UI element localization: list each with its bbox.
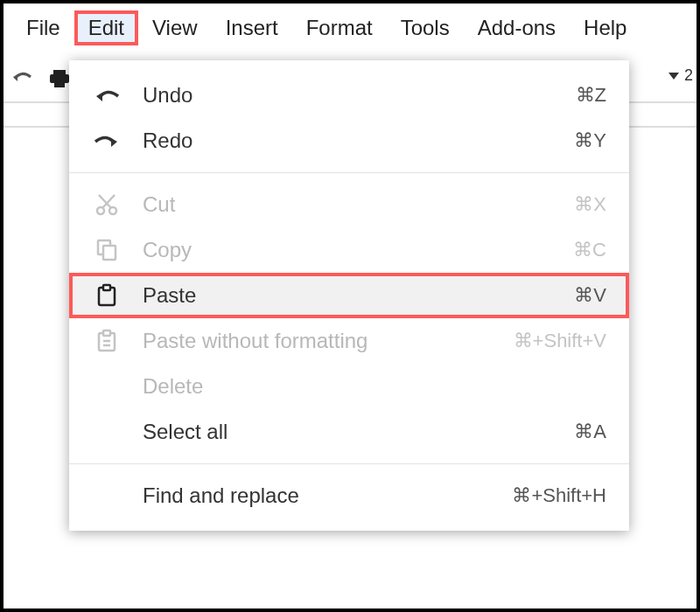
svg-rect-0 [53, 70, 66, 74]
menu-shortcut: ⌘C [573, 239, 606, 261]
menu-shortcut: ⌘+Shift+H [512, 484, 606, 507]
menu-label: Find and replace [143, 483, 491, 508]
redo-icon [92, 129, 122, 153]
menu-label: Cut [143, 192, 553, 217]
menu-separator [69, 463, 629, 464]
menu-item-undo[interactable]: Undo ⌘Z [69, 73, 629, 118]
menu-shortcut: ⌘X [574, 193, 606, 216]
menubar: File Edit View Insert Format Tools Add-o… [4, 3, 696, 56]
menu-shortcut: ⌘+Shift+V [514, 330, 606, 352]
copy-icon [92, 238, 122, 262]
blank-icon [92, 420, 122, 444]
menubar-item-addons[interactable]: Add-ons [464, 10, 570, 45]
svg-rect-10 [103, 285, 110, 290]
menubar-item-file[interactable]: File [12, 10, 74, 45]
dropdown-caret-icon [668, 73, 679, 80]
menu-shortcut: ⌘A [574, 421, 606, 443]
menu-item-cut[interactable]: Cut ⌘X [69, 182, 629, 227]
menu-label: Copy [143, 238, 552, 262]
blank-icon [92, 483, 122, 508]
menu-label: Paste [143, 283, 553, 308]
menubar-item-edit[interactable]: Edit [74, 10, 138, 45]
menu-label: Undo [143, 83, 555, 108]
blank-icon [92, 374, 122, 399]
menu-item-paste-no-format[interactable]: Paste without formatting ⌘+Shift+V [69, 318, 629, 364]
svg-rect-12 [103, 330, 110, 336]
paste-icon [92, 283, 122, 308]
menu-shortcut: ⌘V [574, 284, 606, 307]
menu-separator [69, 172, 629, 173]
menu-item-copy[interactable]: Copy ⌘C [69, 227, 629, 273]
menubar-item-help[interactable]: Help [570, 10, 640, 45]
edit-dropdown: Undo ⌘Z Redo ⌘Y Cut ⌘X Copy ⌘C [69, 60, 629, 531]
menu-item-select-all[interactable]: Select all ⌘A [69, 409, 629, 455]
menu-item-find-replace[interactable]: Find and replace ⌘+Shift+H [69, 473, 629, 518]
svg-rect-2 [54, 80, 65, 87]
menu-label: Select all [143, 420, 553, 444]
menu-label: Paste without formatting [143, 329, 493, 353]
menu-item-redo[interactable]: Redo ⌘Y [69, 118, 629, 163]
undo-icon [92, 83, 122, 108]
menubar-item-tools[interactable]: Tools [387, 10, 464, 45]
menubar-item-view[interactable]: View [138, 10, 212, 45]
print-icon[interactable] [47, 66, 72, 91]
paste-no-format-icon [92, 329, 122, 353]
menu-shortcut: ⌘Z [576, 84, 606, 107]
menu-shortcut: ⌘Y [574, 129, 606, 152]
menu-label: Redo [143, 129, 553, 153]
undo-icon[interactable] [10, 66, 35, 91]
menu-item-delete[interactable]: Delete [69, 364, 629, 409]
zoom-value: 2 [684, 66, 693, 84]
menubar-item-insert[interactable]: Insert [212, 10, 292, 45]
toolbar-right-text: 2 [668, 66, 696, 85]
menu-item-paste[interactable]: Paste ⌘V [69, 273, 629, 318]
svg-rect-8 [103, 246, 116, 260]
menubar-item-format[interactable]: Format [292, 10, 387, 45]
menu-label: Delete [143, 374, 585, 399]
cut-icon [92, 192, 122, 217]
